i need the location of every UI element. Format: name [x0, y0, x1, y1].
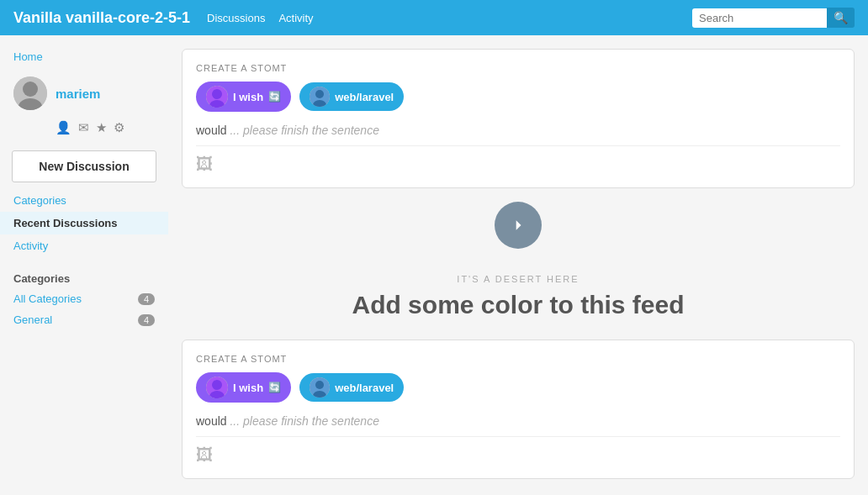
wish-avatar-top: [206, 86, 228, 108]
all-categories-link[interactable]: All Categories: [13, 292, 82, 305]
wish-button-top[interactable]: I wish 🔄: [196, 82, 291, 112]
target-button-bottom[interactable]: web/laravel: [299, 373, 404, 402]
stomt-placeholder-top: ... please finish the sentence: [230, 124, 378, 137]
profile-icon[interactable]: 👤: [56, 120, 71, 135]
recent-discussions-link[interactable]: Recent Discussions: [0, 212, 168, 234]
sidebar-item-recent-discussions: Recent Discussions: [0, 212, 168, 234]
activity-link[interactable]: Activity: [0, 234, 168, 257]
avatar: [13, 76, 47, 110]
home-link[interactable]: Home: [13, 50, 43, 63]
desert-section: IT'S A DESERT HERE Add some color to thi…: [182, 266, 855, 340]
nav-discussions[interactable]: Discussions: [207, 12, 265, 24]
sidebar-nav: Categories Recent Discussions Activity: [0, 189, 168, 266]
target-avatar-bottom: [310, 377, 330, 398]
categories-link[interactable]: Categories: [0, 189, 168, 212]
stomt-would-bottom: would ... please finish the sentence: [196, 414, 840, 428]
svg-point-1: [23, 82, 38, 97]
user-actions: 👤 ✉ ★ ⚙: [0, 117, 168, 144]
sidebar: Home mariem 👤 ✉ ★ ⚙ New Discussion Categ…: [0, 35, 168, 495]
stomt-card-top: CREATE A STOMT I wish 🔄: [182, 49, 855, 188]
target-avatar-top: [310, 87, 330, 107]
desert-label: IT'S A DESERT HERE: [182, 274, 855, 284]
wish-avatar-bottom: [206, 377, 228, 398]
target-label-top: web/laravel: [335, 91, 394, 103]
stomt-card-bottom: CREATE A STOMT I wish 🔄: [182, 340, 855, 479]
layout: Home mariem 👤 ✉ ★ ⚙ New Discussion Categ…: [0, 35, 868, 495]
refresh-icon-bottom: 🔄: [268, 382, 281, 393]
main-content: CREATE A STOMT I wish 🔄: [168, 35, 868, 495]
create-stomt-label-top: CREATE A STOMT: [196, 63, 840, 73]
stomt-divider-top: [196, 145, 840, 146]
svg-point-13: [315, 381, 324, 389]
email-icon[interactable]: ✉: [78, 120, 89, 135]
arrow-button[interactable]: [495, 202, 542, 249]
image-icon-bottom[interactable]: 🖼: [196, 445, 840, 465]
header: Vanilla vanilla-core-2-5-1 Discussions A…: [0, 0, 868, 35]
general-count: 4: [138, 314, 155, 326]
create-stomt-label-bottom: CREATE A STOMT: [196, 354, 840, 364]
list-item: All Categories 4: [0, 288, 168, 309]
nav-activity[interactable]: Activity: [278, 12, 313, 24]
settings-icon[interactable]: ⚙: [114, 120, 124, 135]
user-profile: mariem: [0, 70, 168, 117]
sidebar-item-activity: Activity: [0, 234, 168, 257]
general-link[interactable]: General: [13, 313, 52, 326]
image-icon-top[interactable]: 🖼: [196, 155, 840, 174]
target-label-bottom: web/laravel: [335, 382, 394, 394]
svg-point-4: [212, 89, 222, 99]
wish-button-bottom[interactable]: I wish 🔄: [196, 372, 291, 403]
sidebar-item-categories: Categories: [0, 189, 168, 212]
search-form: 🔍: [692, 8, 855, 28]
svg-point-7: [315, 90, 324, 98]
stomt-placeholder-bottom: ... please finish the sentence: [230, 414, 378, 428]
target-button-top[interactable]: web/laravel: [299, 82, 404, 111]
wish-label-top: I wish: [233, 91, 263, 103]
wish-label-bottom: I wish: [233, 382, 263, 394]
new-discussion-button[interactable]: New Discussion: [12, 150, 156, 182]
stomt-divider-bottom: [196, 436, 840, 437]
stomt-row-bottom: I wish 🔄 web/laravel: [196, 372, 840, 403]
refresh-icon-top: 🔄: [268, 91, 281, 103]
star-icon[interactable]: ★: [96, 120, 107, 135]
username[interactable]: mariem: [56, 87, 100, 101]
header-nav: Discussions Activity: [207, 12, 314, 24]
stomt-would-top: would ... please finish the sentence: [196, 124, 840, 137]
all-categories-count: 4: [138, 293, 155, 305]
breadcrumb: Home: [0, 44, 168, 70]
desert-title: Add some color to this feed: [182, 291, 855, 319]
search-button[interactable]: 🔍: [827, 8, 855, 28]
categories-section-title: Categories: [0, 266, 168, 288]
stomt-row-top: I wish 🔄 web/laravel: [196, 82, 840, 112]
category-list: All Categories 4 General 4: [0, 288, 168, 330]
svg-point-10: [212, 380, 222, 390]
list-item: General 4: [0, 309, 168, 330]
search-input[interactable]: [692, 8, 827, 28]
site-title: Vanilla vanilla-core-2-5-1: [13, 9, 190, 27]
